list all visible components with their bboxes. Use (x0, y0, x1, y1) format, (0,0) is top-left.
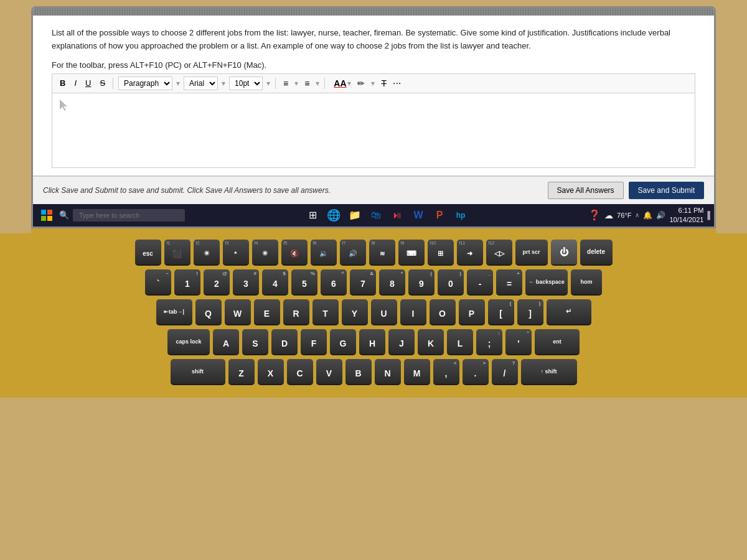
key-comma[interactable]: <, (433, 359, 459, 385)
key-f3[interactable]: f3* (223, 240, 249, 266)
windows-start-button[interactable] (38, 207, 55, 224)
help-icon[interactable]: ❓ (588, 209, 601, 221)
key-6[interactable]: ^6 (321, 269, 347, 296)
underline-button[interactable]: U (83, 77, 93, 89)
bold-button[interactable]: B (57, 77, 68, 89)
key-b[interactable]: B (345, 359, 372, 385)
key-v[interactable]: V (316, 359, 342, 385)
key-k[interactable]: K (418, 329, 444, 355)
key-close-bracket[interactable]: }] (517, 299, 543, 325)
font-color-button[interactable]: A (330, 77, 344, 90)
key-r[interactable]: R (283, 299, 309, 325)
key-f1[interactable]: f1⬛ (164, 240, 190, 266)
key-f6[interactable]: f6🔉 (311, 240, 337, 266)
key-e[interactable]: E (254, 299, 280, 325)
key-o[interactable]: O (430, 299, 456, 325)
key-l[interactable]: L (447, 329, 473, 355)
key-quote[interactable]: "' (505, 329, 532, 355)
key-x[interactable]: X (258, 359, 284, 385)
key-minus[interactable]: _- (467, 269, 493, 296)
key-slash[interactable]: ?/ (492, 359, 518, 385)
taskbar-clock[interactable]: 6:11 PM 10/14/2021 (669, 206, 703, 224)
key-i[interactable]: I (400, 299, 426, 325)
font-select[interactable]: Arial (184, 77, 218, 90)
key-f8[interactable]: f8≋ (369, 240, 395, 266)
key-y[interactable]: Y (342, 299, 368, 325)
key-t[interactable]: T (312, 299, 339, 325)
ordered-list-button[interactable]: ≡ (302, 77, 312, 90)
key-n[interactable]: N (375, 359, 401, 385)
unordered-list-button[interactable]: ≡ (281, 77, 291, 90)
key-p[interactable]: P (459, 299, 485, 325)
word-icon[interactable]: W (409, 206, 428, 225)
key-power[interactable]: ⏻ (551, 240, 577, 266)
key-f4[interactable]: f4✳ (252, 240, 278, 266)
editor-writing-area[interactable] (52, 93, 695, 168)
key-q[interactable]: Q (195, 299, 222, 325)
key-9[interactable]: (9 (408, 269, 435, 296)
paragraph-select[interactable]: Paragraph (118, 77, 172, 90)
key-home[interactable]: hom (571, 269, 602, 296)
key-shift-right[interactable]: ↑ shift (521, 359, 577, 385)
strikethrough-button[interactable]: S (97, 77, 108, 89)
key-f5[interactable]: f5🔇 (281, 240, 308, 266)
size-select[interactable]: 10pt (229, 77, 263, 90)
highlight-button[interactable]: ✏ (355, 77, 367, 90)
key-tab[interactable]: ⇤tab →| (156, 299, 192, 325)
key-backtick[interactable]: ~` (145, 269, 171, 296)
save-all-answers-button[interactable]: Save All Answers (548, 182, 624, 199)
key-f11[interactable]: f11➜ (457, 240, 483, 266)
show-desktop-button[interactable]: ▌ (707, 211, 713, 220)
key-0[interactable]: )0 (438, 269, 464, 296)
key-w[interactable]: W (225, 299, 251, 325)
clear-format-button[interactable]: T (378, 77, 389, 90)
key-shift-left[interactable]: shift (171, 359, 225, 385)
key-3[interactable]: #3 (233, 269, 259, 296)
task-view-button[interactable]: ⊞ (303, 206, 322, 225)
media-player-icon[interactable]: ⏯ (388, 206, 406, 225)
key-equals[interactable]: += (496, 269, 522, 296)
italic-button[interactable]: I (72, 77, 79, 89)
key-7[interactable]: &7 (350, 269, 376, 296)
key-g[interactable]: G (330, 329, 356, 355)
key-delete[interactable]: delete (580, 240, 613, 266)
key-c[interactable]: C (287, 359, 313, 385)
powerpoint-icon[interactable]: P (430, 206, 449, 225)
key-f9[interactable]: f9⌨ (398, 240, 425, 266)
key-d[interactable]: D (271, 329, 298, 355)
key-u[interactable]: U (371, 299, 397, 325)
key-f12[interactable]: f12◁▷ (486, 240, 512, 266)
key-prtscr[interactable]: prt scr (515, 240, 548, 266)
key-f7[interactable]: f7🔊 (340, 240, 366, 266)
file-explorer-icon[interactable]: 📁 (345, 206, 364, 225)
key-esc[interactable]: esc (135, 240, 161, 266)
key-period[interactable]: >. (463, 359, 489, 385)
taskbar-search-input[interactable] (73, 209, 185, 222)
key-8[interactable]: *8 (379, 269, 405, 296)
key-z[interactable]: Z (228, 359, 255, 385)
key-5[interactable]: %5 (291, 269, 317, 296)
key-f2[interactable]: f2☀ (194, 240, 220, 266)
key-h[interactable]: H (359, 329, 385, 355)
key-4[interactable]: $4 (262, 269, 288, 296)
more-options-button[interactable]: ··· (393, 78, 401, 89)
key-enter[interactable]: ↵ (547, 299, 591, 325)
chevron-up-icon[interactable]: ∧ (635, 212, 639, 218)
key-capslock[interactable]: caps lock (167, 329, 210, 355)
key-f[interactable]: F (301, 329, 327, 355)
key-f10[interactable]: f10⊞ (428, 240, 454, 266)
key-j[interactable]: J (388, 329, 415, 355)
volume-icon[interactable]: 🔊 (656, 211, 665, 220)
key-enter-2[interactable]: ent (535, 329, 580, 355)
save-and-submit-button[interactable]: Save and Submit (629, 182, 704, 199)
key-backspace[interactable]: ← backspace (525, 269, 568, 296)
key-m[interactable]: M (404, 359, 430, 385)
key-a[interactable]: A (213, 329, 239, 355)
key-s[interactable]: S (242, 329, 268, 355)
notification-icon[interactable]: 🔔 (643, 211, 652, 220)
microsoft-store-icon[interactable]: 🛍 (367, 206, 385, 225)
key-open-bracket[interactable]: {[ (488, 299, 514, 325)
key-2[interactable]: @2 (204, 269, 230, 296)
key-semicolon[interactable]: :; (476, 329, 502, 355)
key-1[interactable]: !1 (174, 269, 200, 296)
